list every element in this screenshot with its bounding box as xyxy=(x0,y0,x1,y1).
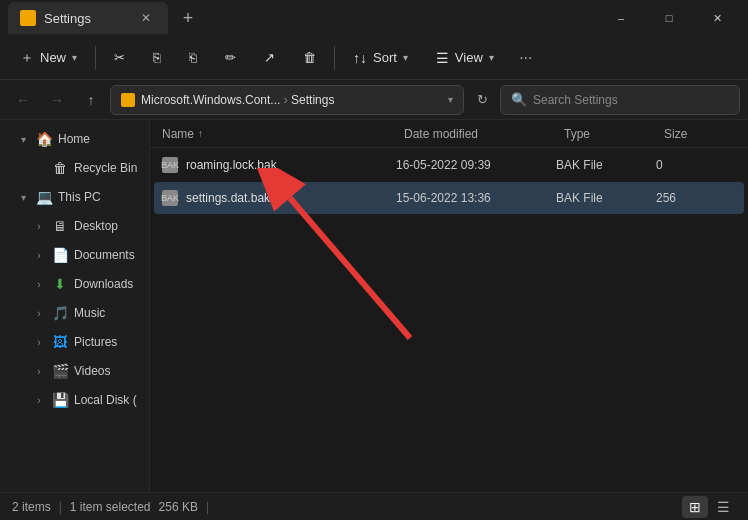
status-bar: 2 items | 1 item selected 256 KB | ⊞ ☰ xyxy=(0,492,748,520)
window-controls: – □ ✕ xyxy=(598,2,740,34)
file-icon: BAK xyxy=(162,157,178,173)
column-header-date[interactable]: Date modified xyxy=(400,127,560,141)
sidebar-item-label: Videos xyxy=(74,364,137,378)
new-icon: ＋ xyxy=(20,49,34,67)
file-icon: BAK xyxy=(162,190,178,206)
table-row[interactable]: BAK settings.dat.bak 15-06-2022 13:36 BA… xyxy=(154,182,744,214)
up-button[interactable]: ↑ xyxy=(76,85,106,115)
address-bar[interactable]: Microsoft.Windows.Cont... › Settings ▾ xyxy=(110,85,464,115)
new-button[interactable]: ＋ New ▾ xyxy=(8,43,89,73)
local-disk-icon: 💾 xyxy=(52,392,68,408)
table-row[interactable]: BAK roaming.lock.bak 16-05-2022 09:39 BA… xyxy=(154,149,744,181)
expand-icon: › xyxy=(32,277,46,291)
tab-close-button[interactable]: ✕ xyxy=(136,8,156,28)
sidebar-item-music[interactable]: › 🎵 Music xyxy=(4,299,145,327)
view-button[interactable]: ☰ View ▾ xyxy=(424,44,506,72)
home-icon: 🏠 xyxy=(36,131,52,147)
sidebar-item-home[interactable]: ▾ 🏠 Home xyxy=(4,125,145,153)
sidebar-item-pictures[interactable]: › 🖼 Pictures xyxy=(4,328,145,356)
file-content-area: BAK roaming.lock.bak 16-05-2022 09:39 BA… xyxy=(150,148,748,492)
expand-icon: › xyxy=(32,248,46,262)
more-options-button[interactable]: ··· xyxy=(510,42,542,74)
toolbar-separator-2 xyxy=(334,46,335,70)
toolbar: ＋ New ▾ ✂ ⎘ ⎗ ✏ ↗ 🗑 ↑↓ Sort ▾ ☰ View ▾ ·… xyxy=(0,36,748,80)
pictures-icon: 🖼 xyxy=(52,334,68,350)
sidebar-item-label: Desktop xyxy=(74,219,137,233)
minimize-button[interactable]: – xyxy=(598,2,644,34)
svg-line-1 xyxy=(290,198,410,338)
file-date-cell: 16-05-2022 09:39 xyxy=(396,158,556,172)
expand-icon: › xyxy=(32,393,46,407)
toolbar-separator-1 xyxy=(95,46,96,70)
status-separator-2: | xyxy=(206,500,209,514)
refresh-button[interactable]: ↻ xyxy=(468,86,496,114)
share-button[interactable]: ↗ xyxy=(252,44,287,71)
sidebar-item-label: Documents xyxy=(74,248,137,262)
cut-button[interactable]: ✂ xyxy=(102,44,137,71)
sort-icon: ↑↓ xyxy=(353,50,367,66)
file-type-cell: BAK File xyxy=(556,191,656,205)
search-input[interactable] xyxy=(533,93,729,107)
address-folder-icon xyxy=(121,93,135,107)
file-name-cell: BAK settings.dat.bak xyxy=(162,190,396,206)
column-header-name[interactable]: Name ↑ xyxy=(158,127,400,141)
share-icon: ↗ xyxy=(264,50,275,65)
column-header-type[interactable]: Type xyxy=(560,127,660,141)
sidebar-item-documents[interactable]: › 📄 Documents xyxy=(4,241,145,269)
view-icon: ☰ xyxy=(436,50,449,66)
new-tab-button[interactable]: + xyxy=(172,2,204,34)
grid-view-button[interactable]: ⊞ xyxy=(682,496,708,518)
expand-icon: ▾ xyxy=(16,132,30,146)
sidebar-item-label: This PC xyxy=(58,190,137,204)
back-button[interactable]: ← xyxy=(8,85,38,115)
maximize-button[interactable]: □ xyxy=(646,2,692,34)
rename-button[interactable]: ✏ xyxy=(213,44,248,71)
file-type-cell: BAK File xyxy=(556,158,656,172)
tab-label: Settings xyxy=(44,11,91,26)
sidebar-item-downloads[interactable]: › ⬇ Downloads xyxy=(4,270,145,298)
tab-folder-icon xyxy=(20,10,36,26)
view-chevron-icon: ▾ xyxy=(489,52,494,63)
file-size-cell: 256 xyxy=(656,191,736,205)
sort-asc-icon: ↑ xyxy=(198,128,203,139)
paste-button[interactable]: ⎗ xyxy=(177,44,209,71)
expand-icon: › xyxy=(32,364,46,378)
status-separator-1: | xyxy=(59,500,62,514)
new-chevron-icon: ▾ xyxy=(72,52,77,63)
selection-size: 256 KB xyxy=(159,500,198,514)
settings-tab[interactable]: Settings ✕ xyxy=(8,2,168,34)
address-chevron-icon: ▾ xyxy=(448,94,453,105)
sort-label: Sort xyxy=(373,50,397,65)
expand-icon: › xyxy=(32,335,46,349)
column-header-size[interactable]: Size xyxy=(660,127,740,141)
desktop-icon: 🖥 xyxy=(52,218,68,234)
view-toggle-buttons: ⊞ ☰ xyxy=(682,496,736,518)
delete-button[interactable]: 🗑 xyxy=(291,44,328,71)
cut-icon: ✂ xyxy=(114,50,125,65)
file-size-cell: 0 xyxy=(656,158,736,172)
file-name-cell: BAK roaming.lock.bak xyxy=(162,157,396,173)
selection-info: 1 item selected xyxy=(70,500,151,514)
search-box[interactable]: 🔍 xyxy=(500,85,740,115)
list-view-button[interactable]: ☰ xyxy=(710,496,736,518)
sidebar-item-this-pc[interactable]: ▾ 💻 This PC xyxy=(4,183,145,211)
sidebar-item-desktop[interactable]: › 🖥 Desktop xyxy=(4,212,145,240)
expand-icon: ▾ xyxy=(16,190,30,204)
sidebar-item-recycle-bin[interactable]: 🗑 Recycle Bin xyxy=(4,154,145,182)
sidebar-item-videos[interactable]: › 🎬 Videos xyxy=(4,357,145,385)
delete-icon: 🗑 xyxy=(303,50,316,65)
file-list: Name ↑ Date modified Type Size BAK roami… xyxy=(150,120,748,492)
sidebar-item-label: Home xyxy=(58,132,137,146)
item-count: 2 items xyxy=(12,500,51,514)
music-icon: 🎵 xyxy=(52,305,68,321)
forward-button[interactable]: → xyxy=(42,85,72,115)
copy-button[interactable]: ⎘ xyxy=(141,44,173,71)
close-button[interactable]: ✕ xyxy=(694,2,740,34)
downloads-icon: ⬇ xyxy=(52,276,68,292)
sidebar-item-label: Music xyxy=(74,306,137,320)
sidebar-item-local-disk[interactable]: › 💾 Local Disk (C:) xyxy=(4,386,145,414)
sidebar-item-label: Downloads xyxy=(74,277,137,291)
sort-button[interactable]: ↑↓ Sort ▾ xyxy=(341,44,420,72)
paste-icon: ⎗ xyxy=(189,50,197,65)
documents-icon: 📄 xyxy=(52,247,68,263)
